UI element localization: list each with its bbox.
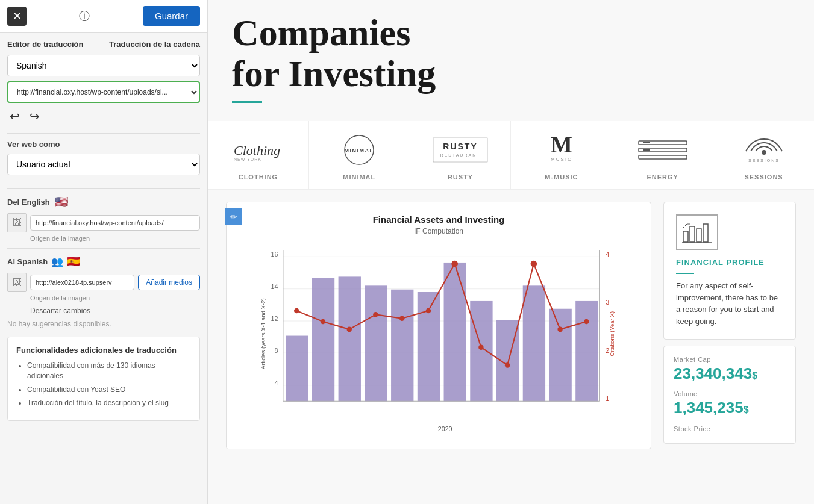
del-english-section: Del English 🇺🇸 🖼 Origen de la imagen — [7, 195, 200, 242]
al-header: Al Spanish 👥 🇪🇸 — [7, 255, 200, 268]
al-url-field[interactable] — [30, 275, 134, 290]
sessions-label: SESSIONS — [744, 173, 783, 181]
al-spanish-section: Al Spanish 👥 🇪🇸 🖼 Añadir medios Origen d… — [7, 255, 200, 328]
svg-text:4: 4 — [274, 379, 278, 387]
svg-point-54 — [531, 261, 537, 267]
panel-header: ✕ ⓘ Guardar — [0, 0, 207, 33]
svg-text:M: M — [551, 133, 572, 157]
del-image-row: 🖼 — [7, 213, 200, 232]
func-title: Funcionalidades adicionales de traducció… — [16, 346, 191, 355]
clothing-logo: Clothing NEW YORK — [231, 133, 285, 166]
title-underline — [232, 101, 262, 103]
energy-logo — [636, 133, 690, 166]
svg-rect-12 — [643, 142, 650, 143]
svg-text:14: 14 — [271, 283, 278, 290]
svg-line-65 — [683, 224, 687, 228]
del-url-field[interactable] — [30, 215, 200, 231]
svg-point-50 — [426, 308, 431, 314]
svg-text:MINIMAL: MINIMAL — [345, 148, 374, 154]
companies-row: Clothing NEW YORK CLOTHING MINIMAL MINIM… — [208, 121, 814, 190]
language-select[interactable]: Spanish English French — [7, 55, 200, 76]
financial-panel: FINANCIAL PROFILE For any aspect of self… — [663, 202, 796, 449]
func-list: Compatibilidad con más de 130 idiomas ad… — [16, 361, 191, 408]
market-cap-currency: $ — [752, 370, 757, 381]
svg-rect-61 — [690, 226, 695, 242]
minimal-logo: MINIMAL — [338, 133, 380, 166]
ver-web-section: Ver web como Usuario actual — [7, 140, 200, 180]
translation-title: Traducción de la cadena — [109, 40, 200, 49]
svg-rect-60 — [683, 231, 688, 242]
al-origen-label: Origen de la imagen — [30, 294, 200, 302]
del-origen-label: Origen de la imagen — [30, 235, 200, 242]
svg-text:Citations (Year X): Citations (Year X) — [609, 311, 615, 356]
del-header: Del English 🇺🇸 — [7, 195, 200, 208]
descartar-link[interactable]: Descartar cambios — [30, 306, 200, 315]
right-content: Companies for Investing Clothing NEW YOR… — [208, 0, 814, 504]
company-rusty: RUSTY RESTAURANT RUSTY — [410, 121, 512, 189]
company-minimal: MINIMAL MINIMAL — [309, 121, 410, 189]
anadir-medios-button[interactable]: Añadir medios — [138, 275, 200, 290]
svg-text:Articles (years X-1 and X-2): Articles (years X-1 and X-2) — [260, 299, 266, 370]
spanish-flag-icon: 🇪🇸 — [67, 255, 80, 268]
svg-rect-63 — [703, 224, 708, 242]
func-item-2: Compatibilidad con Yoast SEO — [27, 385, 191, 395]
svg-point-14 — [762, 150, 766, 155]
person-icon: 👥 — [51, 256, 63, 267]
svg-point-46 — [321, 319, 326, 325]
svg-point-47 — [346, 327, 352, 332]
market-cap-value: 23,340,343$ — [674, 364, 786, 383]
panel-body: Editor de traducción Traducción de la ca… — [0, 33, 207, 504]
next-arrow[interactable]: ↪ — [27, 108, 42, 125]
del-english-label: Del English — [7, 198, 50, 207]
save-button[interactable]: Guardar — [143, 6, 200, 26]
svg-text:RUSTY: RUSTY — [443, 142, 477, 151]
svg-rect-42 — [523, 286, 545, 402]
url-select[interactable]: http://financial.oxy.host/wp-content/upl… — [7, 81, 200, 103]
usuario-select[interactable]: Usuario actual — [7, 154, 200, 175]
main-body: ✏ Financial Assets and Investing IF Comp… — [208, 190, 814, 461]
svg-text:MUSIC: MUSIC — [551, 157, 572, 162]
svg-rect-36 — [365, 286, 387, 402]
financial-profile-card: FINANCIAL PROFILE For any aspect of self… — [663, 202, 796, 340]
close-button[interactable]: ✕ — [7, 7, 27, 26]
chart-container: ✏ Financial Assets and Investing IF Comp… — [226, 202, 651, 449]
page-header: Companies for Investing — [208, 0, 814, 121]
svg-text:RESTAURANT: RESTAURANT — [440, 153, 481, 157]
info-button[interactable]: ⓘ — [75, 7, 94, 26]
svg-rect-37 — [391, 290, 413, 402]
company-sessions: SESSIONS SESSIONS — [713, 121, 814, 189]
al-spanish-label: Al Spanish — [7, 257, 48, 266]
minimal-label: MINIMAL — [343, 173, 375, 181]
svg-text:2020: 2020 — [438, 426, 452, 433]
fin-description: For any aspect of self-improvement, ther… — [676, 280, 783, 327]
svg-rect-13 — [643, 149, 650, 151]
svg-text:3: 3 — [606, 299, 609, 306]
prev-arrow[interactable]: ↩ — [7, 108, 22, 125]
svg-text:12: 12 — [271, 315, 278, 322]
volume-number: 1,345,235 — [674, 399, 744, 417]
energy-label: ENERGY — [647, 173, 678, 181]
volume-label: Volume — [674, 390, 786, 397]
svg-point-45 — [294, 308, 299, 314]
svg-rect-43 — [549, 309, 571, 402]
svg-rect-11 — [639, 155, 687, 159]
svg-text:4: 4 — [606, 251, 609, 258]
svg-text:16: 16 — [271, 251, 278, 258]
svg-point-49 — [399, 316, 405, 322]
company-clothing: Clothing NEW YORK CLOTHING — [208, 121, 309, 189]
svg-rect-40 — [470, 301, 492, 401]
rusty-label: RUSTY — [448, 173, 473, 181]
svg-text:NEW YORK: NEW YORK — [234, 157, 261, 161]
market-cap-label: Market Cap — [674, 356, 786, 363]
svg-rect-44 — [575, 301, 598, 401]
chart-title: Financial Assets and Investing — [239, 214, 639, 225]
svg-point-52 — [478, 345, 484, 350]
svg-rect-35 — [339, 277, 361, 402]
svg-point-48 — [373, 312, 378, 317]
chart-area: 16 14 12 8 4 4 3 2 1 Articles (years X-1… — [245, 244, 633, 437]
al-image-icon: 🖼 — [7, 273, 27, 292]
fin-profile-label: FINANCIAL PROFILE — [676, 258, 765, 268]
chart-edit-button[interactable]: ✏ — [225, 208, 242, 225]
stock-price-label: Stock Price — [674, 425, 786, 432]
chart-svg: 16 14 12 8 4 4 3 2 1 Articles (years X-1… — [245, 244, 633, 437]
